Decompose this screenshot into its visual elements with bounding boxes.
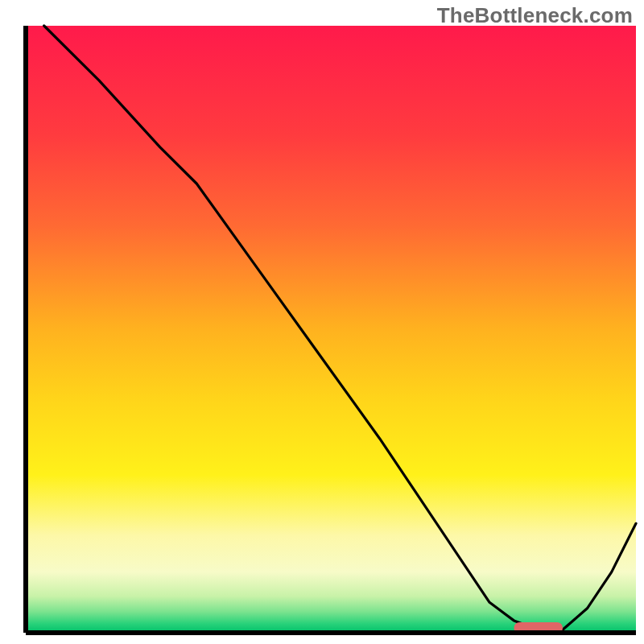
plot-background [26, 26, 636, 633]
chart-container: TheBottleneck.com [0, 0, 644, 644]
watermark-text: TheBottleneck.com [437, 3, 633, 28]
bottleneck-chart [0, 0, 644, 644]
